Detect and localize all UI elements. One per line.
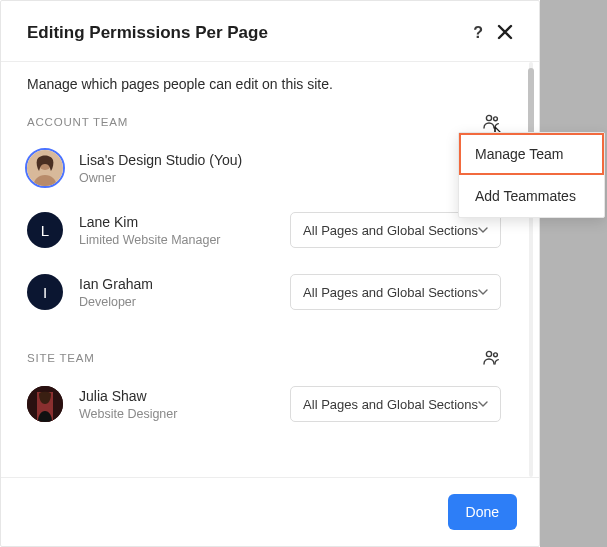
- modal-footer: Done: [1, 477, 539, 546]
- user-info: Ian Graham Developer: [79, 276, 274, 309]
- user-name: Lane Kim: [79, 214, 274, 230]
- user-role: Owner: [79, 171, 501, 185]
- svg-point-5: [494, 353, 498, 357]
- people-icon: [483, 114, 501, 130]
- chevron-down-icon: [478, 399, 488, 409]
- user-role: Developer: [79, 295, 274, 309]
- avatar: [27, 150, 63, 186]
- user-row: Julia Shaw Website Designer All Pages an…: [27, 376, 501, 438]
- menu-item-manage-team[interactable]: Manage Team: [459, 133, 604, 175]
- modal-header: Editing Permissions Per Page ?: [1, 1, 539, 61]
- modal-title: Editing Permissions Per Page: [27, 23, 268, 43]
- done-button[interactable]: Done: [448, 494, 517, 530]
- user-name: Ian Graham: [79, 276, 274, 292]
- chevron-down-icon: [478, 287, 488, 297]
- close-icon[interactable]: [497, 24, 513, 43]
- user-info: Lisa's Design Studio (You) Owner: [79, 152, 501, 185]
- people-icon: [483, 350, 501, 366]
- permission-select[interactable]: All Pages and Global Sections: [290, 386, 501, 422]
- avatar: [27, 386, 63, 422]
- menu-item-add-teammates[interactable]: Add Teammates: [459, 175, 604, 217]
- modal-backdrop: [540, 0, 607, 547]
- site-team-header: SITE TEAM: [27, 326, 501, 376]
- avatar: I: [27, 274, 63, 310]
- user-row: I Ian Graham Developer All Pages and Glo…: [27, 264, 501, 326]
- svg-point-0: [486, 115, 491, 120]
- header-actions: ?: [473, 24, 513, 43]
- user-role: Limited Website Manager: [79, 233, 274, 247]
- user-role: Website Designer: [79, 407, 274, 421]
- scroll-content: Manage which pages people can edit on th…: [1, 62, 527, 477]
- scrollbar[interactable]: [528, 62, 534, 477]
- team-menu-button[interactable]: [483, 114, 501, 130]
- permission-select-value: All Pages and Global Sections: [303, 223, 478, 238]
- intro-text: Manage which pages people can edit on th…: [27, 62, 501, 114]
- avatar-photo: [27, 386, 63, 422]
- permission-select[interactable]: All Pages and Global Sections: [290, 274, 501, 310]
- team-menu-popup: Manage Team Add Teammates: [458, 132, 605, 218]
- avatar-photo: [27, 150, 63, 186]
- user-name: Lisa's Design Studio (You): [79, 152, 501, 168]
- avatar: L: [27, 212, 63, 248]
- avatar-initial: L: [41, 222, 49, 239]
- user-row: Lisa's Design Studio (You) Owner: [27, 140, 501, 202]
- user-name: Julia Shaw: [79, 388, 274, 404]
- help-icon[interactable]: ?: [473, 24, 483, 42]
- user-row: L Lane Kim Limited Website Manager All P…: [27, 202, 501, 264]
- svg-point-4: [486, 351, 491, 356]
- chevron-down-icon: [478, 225, 488, 235]
- user-info: Julia Shaw Website Designer: [79, 388, 274, 421]
- team-menu-button[interactable]: [483, 350, 501, 366]
- svg-point-1: [494, 117, 498, 121]
- site-team-title: SITE TEAM: [27, 352, 95, 364]
- user-info: Lane Kim Limited Website Manager: [79, 214, 274, 247]
- scroll-area: Manage which pages people can edit on th…: [1, 62, 539, 477]
- avatar-initial: I: [43, 284, 47, 301]
- permissions-modal: Editing Permissions Per Page ? Manage wh…: [0, 0, 540, 547]
- permission-select-value: All Pages and Global Sections: [303, 285, 478, 300]
- account-team-header: ACCOUNT TEAM: [27, 114, 501, 140]
- permission-select-value: All Pages and Global Sections: [303, 397, 478, 412]
- account-team-title: ACCOUNT TEAM: [27, 116, 128, 128]
